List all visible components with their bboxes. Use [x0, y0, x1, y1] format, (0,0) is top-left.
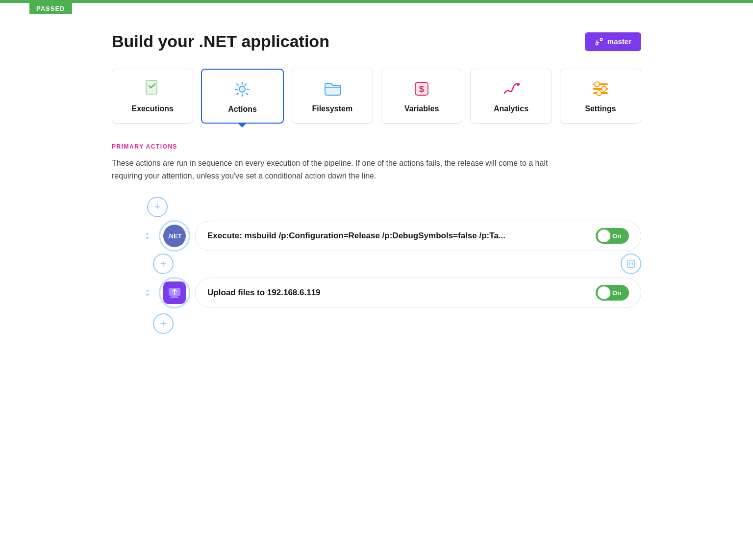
ftp-icon-circle: [159, 277, 190, 308]
toggle-label-2: On: [612, 289, 621, 297]
tab-variables[interactable]: $ Variables: [381, 69, 462, 124]
svg-point-12: [602, 86, 606, 91]
action-row-2: Upload files to 192.168.6.119 On: [141, 277, 641, 308]
tab-analytics-label: Analytics: [494, 104, 528, 113]
sliders-icon: [590, 78, 611, 100]
tab-actions-label: Actions: [228, 105, 257, 114]
add-action-top-button[interactable]: +: [147, 197, 168, 217]
primary-actions-section: PRIMARY ACTIONS These actions are run in…: [112, 143, 641, 182]
section-title: PRIMARY ACTIONS: [112, 143, 641, 150]
tab-variables-label: Variables: [404, 104, 439, 113]
action-text-1: Execute: msbuild /p:Configuration=Releas…: [207, 231, 505, 241]
svg-point-7: [517, 83, 520, 86]
dotnet-icon-circle: .NET: [159, 220, 190, 252]
branch-icon: [595, 37, 603, 46]
toggle-1[interactable]: On: [596, 228, 629, 244]
svg-point-11: [595, 82, 600, 87]
tab-executions[interactable]: Executions: [112, 69, 193, 124]
pipeline: + .NET Execute: msbuild /p:Configuration…: [112, 197, 641, 334]
check-file-icon: [142, 78, 163, 100]
branch-label: master: [607, 37, 631, 46]
gear-icon: [231, 78, 253, 100]
timer-icon[interactable]: [621, 254, 641, 274]
sort-handle-1[interactable]: [141, 229, 154, 242]
dollar-icon: $: [411, 78, 432, 100]
svg-point-4: [239, 86, 245, 92]
svg-point-1: [600, 38, 602, 41]
add-action-middle-button[interactable]: +: [153, 254, 174, 274]
tabs-row: Executions Actions Filesystem: [112, 69, 641, 124]
ftp-icon: [163, 281, 186, 304]
action-row-1: .NET Execute: msbuild /p:Configuration=R…: [141, 220, 641, 252]
tab-executions-label: Executions: [131, 104, 173, 113]
action-card-1[interactable]: Execute: msbuild /p:Configuration=Releas…: [195, 221, 641, 251]
dotnet-icon: .NET: [163, 225, 186, 247]
action-card-2[interactable]: Upload files to 192.168.6.119 On: [195, 278, 641, 308]
tab-settings[interactable]: Settings: [560, 69, 641, 124]
sort-handle-2[interactable]: [141, 286, 154, 299]
between-left-1: +: [141, 254, 174, 274]
tab-filesystem[interactable]: Filesystem: [292, 69, 373, 124]
page-title-row: Build your .NET application master: [112, 32, 641, 51]
folder-icon: [322, 78, 343, 100]
tab-analytics[interactable]: Analytics: [470, 69, 552, 124]
action-text-2: Upload files to 192.168.6.119: [207, 288, 321, 298]
svg-rect-19: [170, 297, 179, 298]
page-content: Build your .NET application master Execu…: [82, 32, 671, 363]
tab-filesystem-label: Filesystem: [312, 104, 352, 113]
tab-actions[interactable]: Actions: [201, 69, 283, 124]
passed-badge: PASSED: [29, 3, 72, 14]
add-action-bottom-container: +: [147, 313, 174, 334]
toggle-knob-1: [598, 229, 610, 242]
toggle-label-1: On: [612, 232, 621, 240]
passed-container: PASSED: [0, 3, 753, 14]
tab-settings-label: Settings: [585, 104, 616, 113]
add-action-bottom-button[interactable]: +: [153, 313, 174, 334]
between-right-1: [621, 254, 641, 274]
toggle-2[interactable]: On: [596, 285, 629, 301]
svg-text:$: $: [419, 84, 424, 94]
svg-rect-18: [172, 296, 177, 297]
toggle-knob-2: [598, 286, 610, 299]
between-row-1: +: [141, 252, 641, 276]
svg-rect-14: [628, 260, 635, 268]
branch-button[interactable]: master: [585, 32, 641, 51]
section-desc: These actions are run in sequence on eve…: [112, 157, 553, 182]
page-title: Build your .NET application: [112, 32, 329, 51]
graph-icon: [500, 78, 522, 100]
svg-point-13: [597, 91, 602, 96]
